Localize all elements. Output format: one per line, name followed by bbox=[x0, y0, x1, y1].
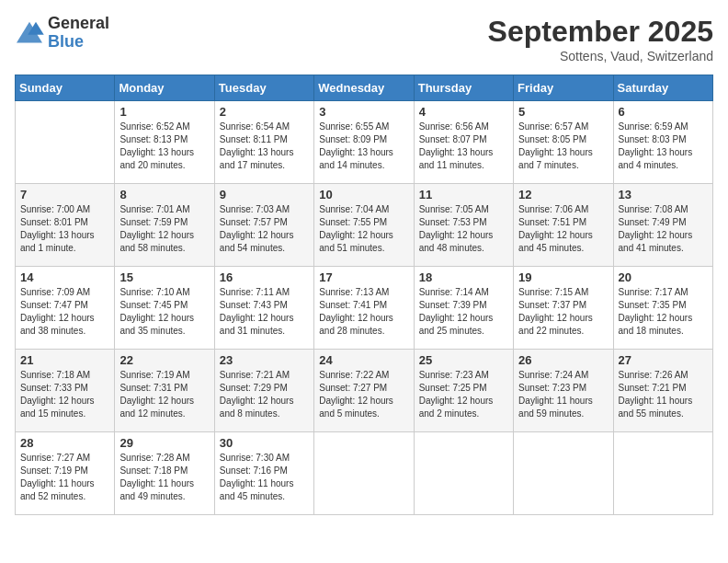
day-number: 30 bbox=[220, 436, 309, 450]
day-number: 4 bbox=[419, 105, 508, 119]
title-block: September 2025 Sottens, Vaud, Switzerlan… bbox=[488, 15, 713, 63]
calendar-cell: 22Sunrise: 7:19 AMSunset: 7:31 PMDayligh… bbox=[115, 350, 214, 432]
month-title: September 2025 bbox=[488, 15, 713, 49]
day-info: Sunrise: 7:11 AMSunset: 7:43 PMDaylight:… bbox=[220, 286, 309, 338]
day-info: Sunrise: 7:13 AMSunset: 7:41 PMDaylight:… bbox=[319, 286, 408, 338]
calendar-cell: 10Sunrise: 7:04 AMSunset: 7:55 PMDayligh… bbox=[314, 184, 414, 267]
location: Sottens, Vaud, Switzerland bbox=[488, 49, 713, 63]
day-info: Sunrise: 7:05 AMSunset: 7:53 PMDaylight:… bbox=[419, 203, 508, 255]
day-info: Sunrise: 7:10 AMSunset: 7:45 PMDaylight:… bbox=[119, 286, 209, 338]
day-number: 27 bbox=[619, 353, 708, 367]
logo-icon bbox=[15, 20, 44, 46]
logo-general: General bbox=[48, 15, 109, 33]
day-number: 23 bbox=[220, 353, 309, 367]
day-info: Sunrise: 7:09 AMSunset: 7:47 PMDaylight:… bbox=[20, 286, 109, 338]
day-number: 26 bbox=[518, 353, 608, 367]
logo: General Blue bbox=[15, 15, 109, 52]
calendar-cell: 29Sunrise: 7:28 AMSunset: 7:18 PMDayligh… bbox=[115, 432, 214, 515]
day-info: Sunrise: 7:19 AMSunset: 7:31 PMDaylight:… bbox=[119, 369, 209, 420]
calendar-cell: 24Sunrise: 7:22 AMSunset: 7:27 PMDayligh… bbox=[314, 350, 414, 432]
day-info: Sunrise: 7:00 AMSunset: 8:01 PMDaylight:… bbox=[20, 203, 109, 255]
weekday-header: Wednesday bbox=[314, 75, 414, 101]
weekday-header: Friday bbox=[514, 75, 613, 101]
day-info: Sunrise: 7:17 AMSunset: 7:35 PMDaylight:… bbox=[619, 286, 708, 338]
weekday-header: Sunday bbox=[16, 75, 115, 101]
calendar-cell: 8Sunrise: 7:01 AMSunset: 7:59 PMDaylight… bbox=[115, 184, 214, 267]
day-number: 16 bbox=[220, 270, 309, 284]
day-number: 7 bbox=[20, 188, 109, 201]
day-number: 24 bbox=[319, 353, 408, 367]
day-info: Sunrise: 7:24 AMSunset: 7:23 PMDaylight:… bbox=[518, 369, 608, 420]
day-number: 28 bbox=[20, 436, 109, 450]
day-info: Sunrise: 6:54 AMSunset: 8:11 PMDaylight:… bbox=[220, 121, 309, 172]
day-number: 21 bbox=[20, 353, 109, 367]
weekday-header: Monday bbox=[115, 75, 214, 101]
calendar-cell: 2Sunrise: 6:54 AMSunset: 8:11 PMDaylight… bbox=[214, 101, 313, 184]
day-info: Sunrise: 7:23 AMSunset: 7:25 PMDaylight:… bbox=[419, 369, 508, 420]
day-info: Sunrise: 7:14 AMSunset: 7:39 PMDaylight:… bbox=[419, 286, 508, 338]
day-info: Sunrise: 7:21 AMSunset: 7:29 PMDaylight:… bbox=[220, 369, 309, 420]
calendar-cell: 1Sunrise: 6:52 AMSunset: 8:13 PMDaylight… bbox=[115, 101, 214, 184]
day-number: 22 bbox=[119, 353, 209, 367]
day-number: 20 bbox=[619, 270, 708, 284]
day-info: Sunrise: 7:03 AMSunset: 7:57 PMDaylight:… bbox=[220, 203, 309, 255]
day-info: Sunrise: 7:04 AMSunset: 7:55 PMDaylight:… bbox=[319, 203, 408, 255]
day-info: Sunrise: 7:27 AMSunset: 7:19 PMDaylight:… bbox=[20, 452, 109, 503]
day-info: Sunrise: 6:56 AMSunset: 8:07 PMDaylight:… bbox=[419, 121, 508, 172]
calendar-week-row: 21Sunrise: 7:18 AMSunset: 7:33 PMDayligh… bbox=[16, 350, 713, 432]
day-number: 19 bbox=[518, 270, 608, 284]
calendar-cell: 17Sunrise: 7:13 AMSunset: 7:41 PMDayligh… bbox=[314, 267, 414, 350]
day-info: Sunrise: 6:57 AMSunset: 8:05 PMDaylight:… bbox=[518, 121, 608, 172]
day-number: 6 bbox=[619, 105, 708, 119]
calendar-cell: 30Sunrise: 7:30 AMSunset: 7:16 PMDayligh… bbox=[214, 432, 313, 515]
day-info: Sunrise: 7:18 AMSunset: 7:33 PMDaylight:… bbox=[20, 369, 109, 420]
day-number: 11 bbox=[419, 188, 508, 201]
day-number: 29 bbox=[119, 436, 209, 450]
calendar-cell bbox=[613, 432, 712, 515]
day-number: 9 bbox=[220, 188, 309, 201]
calendar-cell: 16Sunrise: 7:11 AMSunset: 7:43 PMDayligh… bbox=[214, 267, 313, 350]
day-number: 8 bbox=[119, 188, 209, 201]
calendar-cell: 11Sunrise: 7:05 AMSunset: 7:53 PMDayligh… bbox=[414, 184, 513, 267]
weekday-header: Tuesday bbox=[214, 75, 313, 101]
day-number: 10 bbox=[319, 188, 408, 201]
calendar-cell: 18Sunrise: 7:14 AMSunset: 7:39 PMDayligh… bbox=[414, 267, 513, 350]
day-info: Sunrise: 7:01 AMSunset: 7:59 PMDaylight:… bbox=[119, 203, 209, 255]
day-number: 17 bbox=[319, 270, 408, 284]
day-number: 13 bbox=[619, 188, 708, 201]
day-info: Sunrise: 7:08 AMSunset: 7:49 PMDaylight:… bbox=[619, 203, 708, 255]
weekday-header: Thursday bbox=[414, 75, 513, 101]
calendar-cell bbox=[314, 432, 414, 515]
day-info: Sunrise: 7:26 AMSunset: 7:21 PMDaylight:… bbox=[619, 369, 708, 420]
calendar-cell: 19Sunrise: 7:15 AMSunset: 7:37 PMDayligh… bbox=[514, 267, 613, 350]
calendar-cell: 15Sunrise: 7:10 AMSunset: 7:45 PMDayligh… bbox=[115, 267, 214, 350]
calendar-cell: 20Sunrise: 7:17 AMSunset: 7:35 PMDayligh… bbox=[613, 267, 712, 350]
calendar-table: SundayMondayTuesdayWednesdayThursdayFrid… bbox=[15, 75, 713, 515]
calendar-cell: 21Sunrise: 7:18 AMSunset: 7:33 PMDayligh… bbox=[16, 350, 115, 432]
page-header: General Blue September 2025 Sottens, Vau… bbox=[15, 15, 713, 63]
calendar-cell: 9Sunrise: 7:03 AMSunset: 7:57 PMDaylight… bbox=[214, 184, 313, 267]
day-info: Sunrise: 7:30 AMSunset: 7:16 PMDaylight:… bbox=[220, 452, 309, 503]
day-number: 3 bbox=[319, 105, 408, 119]
calendar-week-row: 28Sunrise: 7:27 AMSunset: 7:19 PMDayligh… bbox=[16, 432, 713, 515]
calendar-cell: 14Sunrise: 7:09 AMSunset: 7:47 PMDayligh… bbox=[16, 267, 115, 350]
calendar-week-row: 14Sunrise: 7:09 AMSunset: 7:47 PMDayligh… bbox=[16, 267, 713, 350]
day-info: Sunrise: 6:52 AMSunset: 8:13 PMDaylight:… bbox=[119, 121, 209, 172]
calendar-cell bbox=[16, 101, 115, 184]
day-number: 18 bbox=[419, 270, 508, 284]
calendar-cell: 13Sunrise: 7:08 AMSunset: 7:49 PMDayligh… bbox=[613, 184, 712, 267]
day-info: Sunrise: 7:28 AMSunset: 7:18 PMDaylight:… bbox=[119, 452, 209, 503]
day-info: Sunrise: 7:15 AMSunset: 7:37 PMDaylight:… bbox=[518, 286, 608, 338]
weekday-header-row: SundayMondayTuesdayWednesdayThursdayFrid… bbox=[16, 75, 713, 101]
calendar-cell: 12Sunrise: 7:06 AMSunset: 7:51 PMDayligh… bbox=[514, 184, 613, 267]
calendar-cell bbox=[514, 432, 613, 515]
day-info: Sunrise: 7:06 AMSunset: 7:51 PMDaylight:… bbox=[518, 203, 608, 255]
calendar-cell: 23Sunrise: 7:21 AMSunset: 7:29 PMDayligh… bbox=[214, 350, 313, 432]
day-info: Sunrise: 7:22 AMSunset: 7:27 PMDaylight:… bbox=[319, 369, 408, 420]
day-number: 5 bbox=[518, 105, 608, 119]
calendar-cell: 26Sunrise: 7:24 AMSunset: 7:23 PMDayligh… bbox=[514, 350, 613, 432]
day-number: 12 bbox=[518, 188, 608, 201]
calendar-cell: 4Sunrise: 6:56 AMSunset: 8:07 PMDaylight… bbox=[414, 101, 513, 184]
day-number: 15 bbox=[119, 270, 209, 284]
calendar-week-row: 7Sunrise: 7:00 AMSunset: 8:01 PMDaylight… bbox=[16, 184, 713, 267]
